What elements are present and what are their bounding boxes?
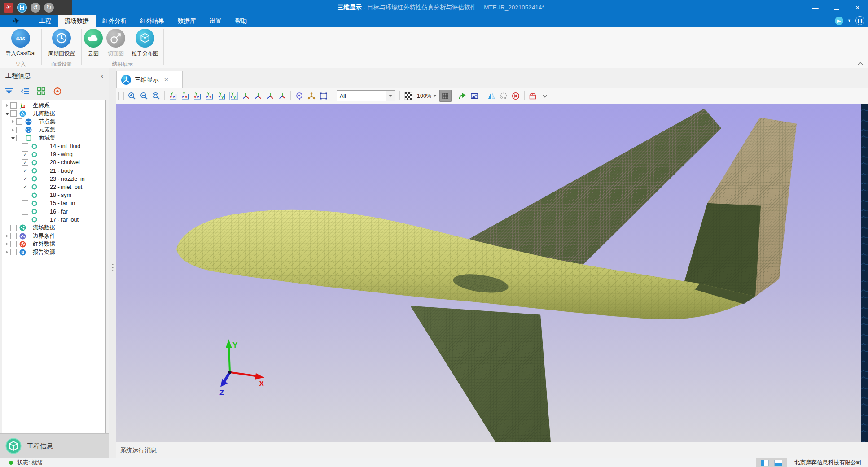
close-icon[interactable]: ✕ <box>847 0 868 15</box>
view-top-button[interactable]: z y <box>215 90 228 102</box>
delete-button[interactable] <box>510 90 522 102</box>
tree-item-label[interactable]: 21 - body <box>50 168 73 174</box>
tree-row[interactable]: 节点集 <box>2 118 105 126</box>
lasso-button[interactable] <box>498 90 510 102</box>
tree-expander-icon[interactable] <box>4 104 10 107</box>
tree-checkbox[interactable] <box>10 233 17 239</box>
view-iso-sw-button[interactable] <box>276 90 288 102</box>
view-bottom-button[interactable]: z y <box>228 90 240 102</box>
ribbon-collapse-icon[interactable] <box>857 61 864 66</box>
tree-checkbox[interactable] <box>22 217 28 223</box>
tree-item-label[interactable]: 14 - int_fluid <box>50 143 80 149</box>
tree-expander-icon[interactable] <box>10 137 16 139</box>
tree-item-label[interactable]: 15 - far_in <box>50 200 75 206</box>
tree-checkbox[interactable] <box>22 200 28 206</box>
tree-item-label[interactable]: 18 - sym <box>50 192 71 198</box>
display-filter-combo[interactable]: All <box>337 90 395 101</box>
view-right-button[interactable]: z x <box>203 90 215 102</box>
locate-tool-button[interactable] <box>53 86 62 96</box>
pattern-button[interactable] <box>402 90 414 102</box>
tree-row[interactable]: ✓21 - body <box>2 167 105 175</box>
tree-item-label[interactable]: 边界条件 <box>33 232 55 240</box>
tree-expander-icon[interactable] <box>4 242 10 246</box>
tree-expander-icon[interactable] <box>4 250 10 254</box>
media-panel-icon[interactable]: ▶ <box>835 17 843 25</box>
tree-row[interactable]: 报告资源 <box>2 248 105 256</box>
layout-bottom-panel-icon[interactable] <box>774 460 782 466</box>
tree-row[interactable]: 边界条件 <box>2 232 105 240</box>
tree-row[interactable]: ✓20 - chuiwei <box>2 158 105 166</box>
undo-icon[interactable]: ↺ <box>31 3 40 13</box>
tree-row[interactable]: 面域集 <box>2 134 105 142</box>
tree-item-label[interactable]: 报告资源 <box>33 249 55 256</box>
cloud-map-button[interactable]: 云图 <box>83 29 104 57</box>
tree-item-label[interactable]: 16 - far <box>50 209 68 215</box>
view-back-button[interactable]: z x <box>179 90 191 102</box>
combo-dropdown-icon[interactable] <box>386 91 395 101</box>
tree-checkbox[interactable]: ✓ <box>22 184 28 190</box>
export-view-button[interactable] <box>456 90 469 102</box>
menu-tab-帮助[interactable]: 帮助 <box>228 15 254 27</box>
status-circle-icon[interactable]: ❚❚ <box>855 16 864 25</box>
app-jet-icon[interactable]: ✈ <box>4 3 13 13</box>
tree-checkbox[interactable]: ✓ <box>22 176 28 182</box>
locate-button[interactable] <box>293 90 305 102</box>
list-view-tool-button[interactable] <box>20 86 30 96</box>
tree-item-label[interactable]: 红外数据 <box>33 240 55 248</box>
tree-row[interactable]: 15 - far_in <box>2 199 105 207</box>
tab-close-icon[interactable]: ✕ <box>164 76 169 83</box>
tree-row[interactable]: 14 - int_fluid <box>2 142 105 150</box>
view-iso-se-button[interactable] <box>264 90 276 102</box>
tree-item-label[interactable]: 19 - wing <box>50 151 73 157</box>
tree-expander-icon[interactable] <box>10 120 16 123</box>
tree-checkbox[interactable] <box>16 127 22 133</box>
tree-expander-icon[interactable] <box>4 234 10 238</box>
particle-display-button[interactable] <box>305 90 317 102</box>
maximize-icon[interactable] <box>826 0 847 15</box>
tree-row[interactable]: 流场数据 <box>2 224 105 232</box>
tree-item-label[interactable]: 几何数据 <box>33 110 55 118</box>
tree-row[interactable]: 几何数据 <box>2 109 105 118</box>
view-iso-nw-button[interactable] <box>252 90 264 102</box>
tree-checkbox[interactable]: ✓ <box>22 168 28 174</box>
grid-toggle-button[interactable] <box>439 90 452 102</box>
tree-row[interactable]: 红外数据 <box>2 240 105 248</box>
view-iso-ne-button[interactable] <box>240 90 252 102</box>
tree-checkbox[interactable] <box>10 241 17 247</box>
import-cas-dat-button[interactable]: cas导入Cas/Dat <box>1 29 40 57</box>
tree-item-label[interactable]: 面域集 <box>39 134 56 142</box>
tree-item-label[interactable]: 节点集 <box>39 118 56 126</box>
menu-tab-流场数据[interactable]: 流场数据 <box>58 15 96 27</box>
menu-tab-红外结果[interactable]: 红外结果 <box>133 15 171 27</box>
view-left-button[interactable]: x z <box>191 90 203 102</box>
filter-tool-button[interactable] <box>4 86 14 96</box>
menu-tab-工程[interactable]: 工程 <box>32 15 58 27</box>
save-icon[interactable] <box>17 3 27 13</box>
tree-item-label[interactable]: 17 - far_out <box>50 217 79 223</box>
export-scene-button[interactable] <box>527 90 539 102</box>
more-options-caret[interactable] <box>539 90 551 102</box>
view-front-button[interactable]: x z <box>167 90 179 102</box>
tree-row[interactable]: ✓19 - wing <box>2 150 105 158</box>
tree-item-label[interactable]: 坐标系 <box>33 102 50 109</box>
tree-item-label[interactable]: 元素集 <box>39 126 56 134</box>
tree-item-label[interactable]: 流场数据 <box>33 224 55 231</box>
tree-row[interactable]: ✓23 - nozzle_in <box>2 175 105 183</box>
tree-checkbox[interactable] <box>22 209 28 215</box>
tree-checkbox[interactable] <box>10 102 17 109</box>
tree-expander-icon[interactable] <box>4 113 10 115</box>
tree-row[interactable]: 元素集 <box>2 126 105 134</box>
periodic-surface-button[interactable]: 周期面设置 <box>43 29 80 57</box>
snapshot-button[interactable] <box>469 90 481 102</box>
tree-item-label[interactable]: 22 - inlet_out <box>50 184 82 190</box>
tab-3d-display[interactable]: 三维显示 ✕ <box>116 71 183 88</box>
tree-item-label[interactable]: 23 - nozzle_in <box>50 176 85 182</box>
redo-icon[interactable]: ↻ <box>44 3 54 13</box>
tree-checkbox[interactable]: ✓ <box>22 159 28 166</box>
particle-distribution-button[interactable]: 粒子分布图 <box>127 29 162 57</box>
grid-view-tool-button[interactable] <box>36 86 46 96</box>
box-select-button[interactable] <box>317 90 329 102</box>
zoom-in-button[interactable] <box>126 90 138 102</box>
tree-checkbox[interactable] <box>16 118 22 125</box>
panel-collapse-icon[interactable]: ‹ <box>99 72 105 79</box>
